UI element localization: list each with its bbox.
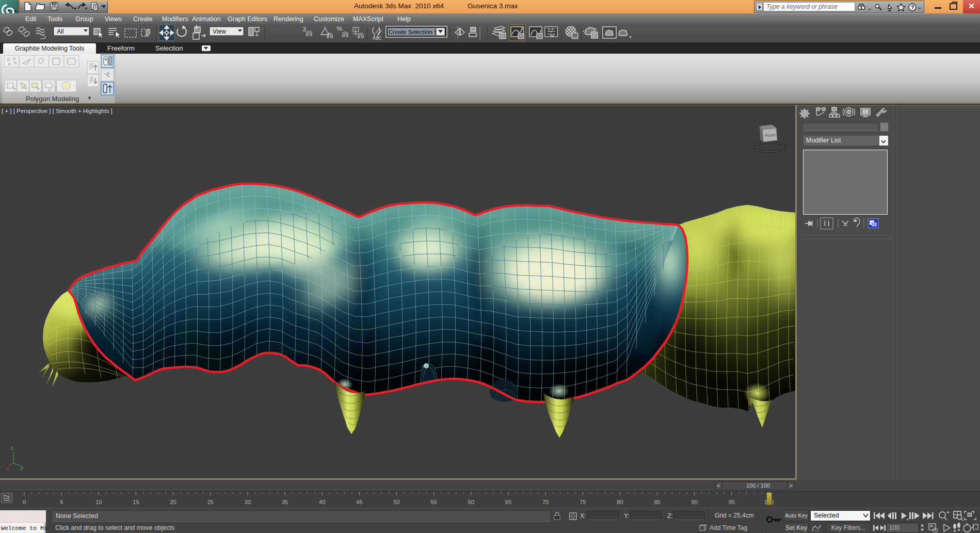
svg-text:55: 55 bbox=[430, 499, 437, 505]
svg-text:40: 40 bbox=[319, 499, 325, 505]
svg-text:60: 60 bbox=[468, 499, 474, 505]
svg-text:0: 0 bbox=[23, 499, 26, 505]
svg-text:5: 5 bbox=[60, 499, 63, 505]
svg-text:x: x bbox=[6, 466, 9, 472]
svg-text:30: 30 bbox=[245, 499, 251, 505]
svg-text:%: % bbox=[336, 25, 343, 33]
svg-text:3: 3 bbox=[302, 25, 306, 33]
svg-text:15: 15 bbox=[133, 499, 139, 505]
svg-text:25: 25 bbox=[207, 499, 214, 505]
svg-text:80: 80 bbox=[617, 499, 623, 505]
svg-text:95: 95 bbox=[729, 499, 735, 505]
svg-text:All: All bbox=[57, 28, 63, 35]
svg-text:50: 50 bbox=[393, 499, 399, 505]
svg-text:65: 65 bbox=[505, 499, 511, 505]
svg-text:35: 35 bbox=[282, 499, 288, 505]
svg-text:?: ? bbox=[911, 4, 914, 10]
svg-text:10: 10 bbox=[95, 499, 102, 505]
svg-text:RIGHT: RIGHT bbox=[765, 134, 777, 137]
svg-text:85: 85 bbox=[654, 499, 660, 505]
svg-text:45: 45 bbox=[356, 499, 362, 505]
svg-text:z: z bbox=[11, 445, 13, 451]
svg-text:90: 90 bbox=[692, 499, 698, 505]
svg-text:View: View bbox=[213, 28, 226, 35]
svg-text:20: 20 bbox=[170, 499, 176, 505]
svg-text:70: 70 bbox=[542, 499, 549, 505]
svg-text:75: 75 bbox=[580, 499, 586, 505]
svg-text:y: y bbox=[21, 465, 23, 471]
svg-text:Create Selection Se: Create Selection Se bbox=[389, 29, 441, 35]
svg-text:ABC: ABC bbox=[373, 36, 381, 41]
